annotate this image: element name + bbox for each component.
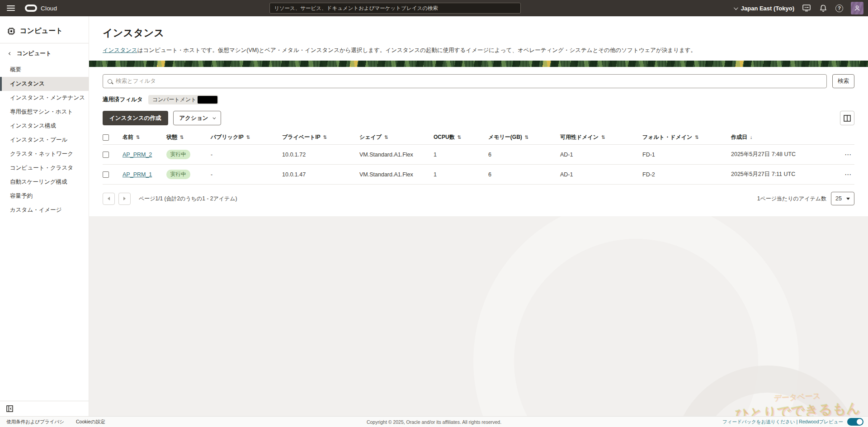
sort-icon: ⇅ (695, 134, 699, 140)
column-header-availability-domain[interactable]: 可用性ドメイン⇅ (560, 130, 642, 145)
decorative-banner (89, 61, 868, 67)
sidebar-item-instance-pools[interactable]: インスタンス・プール (0, 133, 89, 147)
status-badge: 実行中 (166, 150, 190, 159)
terms-privacy-link[interactable]: 使用条件およびプライバシ (6, 419, 64, 425)
sidebar-item-compute-clusters[interactable]: コンピュート・クラスタ (0, 161, 89, 175)
sidebar-item-instance-configurations[interactable]: インスタンス構成 (0, 119, 89, 133)
sidebar-item-capacity-reservations[interactable]: 容量予約 (0, 189, 89, 203)
global-search-input[interactable]: リソース、サービス、ドキュメントおよびマーケットプレイスの検索 (269, 3, 521, 14)
availability-domain-cell: AD-1 (560, 145, 642, 165)
column-header-private-ip[interactable]: プライベートIP⇅ (282, 130, 359, 145)
memory-cell: 6 (488, 165, 560, 185)
chevron-left-icon (9, 52, 12, 55)
column-label: 名前 (123, 134, 133, 140)
select-all-checkbox[interactable] (103, 134, 109, 141)
column-header-memory[interactable]: メモリー(GB)⇅ (488, 130, 560, 145)
sidebar-item-cluster-networks[interactable]: クラスタ・ネットワーク (0, 147, 89, 161)
next-page-button[interactable] (118, 193, 131, 205)
shape-cell: VM.Standard.A1.Flex (359, 145, 434, 165)
redwood-preview-toggle[interactable] (847, 418, 863, 426)
sidebar: コンピュート コンピュート 概要 インスタンス インスタンス・メンテナンス 専用… (0, 16, 89, 416)
content-shell: コンピュート コンピュート 概要 インスタンス インスタンス・メンテナンス 専用… (0, 16, 868, 416)
sidebar-item-label: インスタンス構成 (10, 122, 56, 130)
public-ip-cell: - (211, 165, 282, 185)
sort-icon: ⇅ (136, 134, 140, 140)
filter-row: 検索とフィルタ 検索 (103, 74, 854, 88)
row-actions-menu-icon[interactable]: ⋯ (844, 151, 852, 159)
availability-domain-cell: AD-1 (560, 165, 642, 185)
actions-dropdown-button[interactable]: アクション (173, 111, 221, 125)
user-avatar[interactable] (851, 2, 863, 14)
fault-domain-cell: FD-2 (642, 165, 731, 185)
row-checkbox[interactable] (103, 171, 109, 178)
cloud-shell-icon[interactable] (802, 4, 811, 13)
column-header-state[interactable]: 状態⇅ (166, 130, 211, 145)
collapse-sidebar-icon[interactable] (5, 404, 14, 413)
instances-doc-link[interactable]: インスタンス (103, 47, 137, 53)
column-header-created[interactable]: 作成日↓ (731, 130, 821, 145)
created-cell: 2025年5月27日 7:11 UTC (731, 165, 821, 185)
column-label: 可用性ドメイン (560, 134, 599, 140)
sidebar-item-dedicated-vm-hosts[interactable]: 専用仮想マシン・ホスト (0, 105, 89, 119)
instance-name-link[interactable]: AP_PRM_2 (123, 152, 152, 158)
created-cell: 2025年5月27日 7:48 UTC (731, 145, 821, 165)
sidebar-item-label: カスタム・イメージ (10, 206, 62, 214)
compartment-filter-chip[interactable]: コンパートメント (148, 95, 218, 104)
column-header-fault-domain[interactable]: フォルト・ドメイン⇅ (642, 130, 731, 145)
sort-icon: ⇅ (180, 134, 184, 140)
applied-filters-row: 適用済フィルタ コンパートメント (103, 95, 854, 104)
column-header-name[interactable]: 名前⇅ (123, 130, 166, 145)
oracle-logo-icon[interactable] (25, 5, 37, 12)
sidebar-header: コンピュート (0, 16, 89, 43)
instances-table: 名前⇅ 状態⇅ パブリックIP⇅ プライベートIP⇅ シェイプ⇅ OCPU数⇅ … (103, 130, 854, 185)
sidebar-item-autoscaling-configurations[interactable]: 自動スケーリング構成 (0, 175, 89, 189)
create-instance-button[interactable]: インスタンスの作成 (103, 111, 168, 125)
manage-columns-button[interactable] (840, 111, 854, 125)
hamburger-menu-icon[interactable] (7, 5, 15, 11)
sidebar-back-label: コンピュート (17, 50, 51, 57)
actions-label: アクション (179, 114, 208, 122)
row-checkbox[interactable] (103, 152, 109, 158)
column-header-ocpus[interactable]: OCPU数⇅ (434, 130, 488, 145)
select-all-header[interactable] (103, 130, 123, 145)
sidebar-back-link[interactable]: コンピュート (0, 43, 89, 63)
column-header-public-ip[interactable]: パブリックIP⇅ (211, 130, 282, 145)
feedback-link[interactable]: フィードバックをお送りください | Redwoodプレビュー (722, 419, 843, 425)
region-selector[interactable]: Japan East (Tokyo) (734, 5, 794, 12)
page-title: インスタンス (103, 26, 854, 40)
sidebar-item-instance-maintenance[interactable]: インスタンス・メンテナンス (0, 91, 89, 105)
items-per-page: 1ページ当たりのアイテム数 25 (757, 192, 854, 205)
sidebar-item-overview[interactable]: 概要 (0, 63, 89, 77)
help-glyph: ? (838, 5, 841, 11)
row-select-cell[interactable] (103, 165, 123, 185)
instance-name-link[interactable]: AP_PRM_1 (123, 171, 152, 178)
row-select-cell[interactable] (103, 145, 123, 165)
previous-page-button[interactable] (103, 193, 115, 205)
column-header-shape[interactable]: シェイプ⇅ (359, 130, 434, 145)
cpu-chip-icon (7, 27, 15, 35)
sidebar-footer (0, 401, 89, 416)
column-header-actions (821, 130, 854, 145)
sidebar-item-label: クラスタ・ネットワーク (10, 150, 73, 158)
search-icon (108, 79, 112, 84)
columns-icon (844, 115, 851, 122)
items-per-page-label: 1ページ当たりのアイテム数 (757, 195, 826, 203)
sidebar-item-label: インスタンス・プール (10, 136, 67, 144)
filter-search-input[interactable]: 検索とフィルタ (103, 74, 827, 88)
table-header-row: 名前⇅ 状態⇅ パブリックIP⇅ プライベートIP⇅ シェイプ⇅ OCPU数⇅ … (103, 130, 854, 145)
footer-right: フィードバックをお送りください | Redwoodプレビュー (722, 418, 868, 426)
row-actions-menu-icon[interactable]: ⋯ (844, 171, 852, 179)
background-area: データベース ひとりでできるもん (89, 216, 868, 416)
sidebar-item-label: コンピュート・クラスタ (10, 164, 73, 172)
search-button[interactable]: 検索 (832, 74, 854, 88)
help-icon[interactable]: ? (835, 5, 843, 12)
shape-cell: VM.Standard.A1.Flex (359, 165, 434, 185)
notifications-bell-icon[interactable] (819, 4, 828, 13)
sidebar-item-custom-images[interactable]: カスタム・イメージ (0, 203, 89, 217)
cookie-settings-link[interactable]: Cookieの設定 (76, 419, 105, 425)
sidebar-item-instances[interactable]: インスタンス (0, 77, 89, 91)
column-label: メモリー(GB) (488, 134, 522, 140)
table-row: AP_PRM_2 実行中 - 10.0.1.72 VM.Standard.A1.… (103, 145, 854, 165)
private-ip-cell: 10.0.1.47 (282, 165, 359, 185)
items-per-page-select[interactable]: 25 (831, 192, 854, 205)
